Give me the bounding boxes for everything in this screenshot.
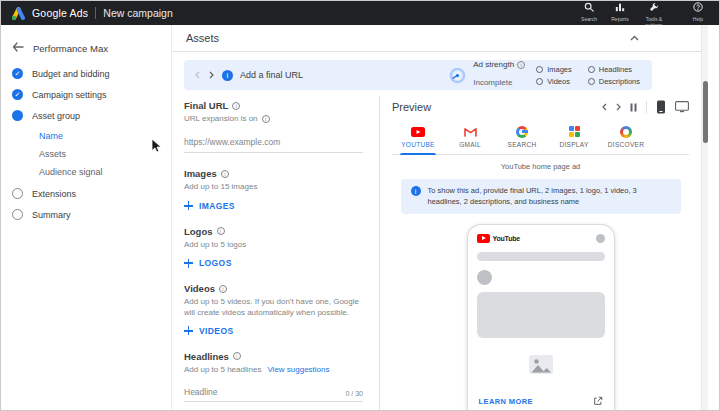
ad-image-slot xyxy=(477,338,605,394)
external-link-icon[interactable] xyxy=(593,396,603,406)
vertical-scrollbar[interactable] xyxy=(701,25,708,410)
info-icon[interactable] xyxy=(232,102,240,110)
discover-icon xyxy=(620,125,632,138)
button-label: LOGOS xyxy=(199,258,232,268)
topbar-tools-settings-button[interactable]: Tools & settings xyxy=(640,0,668,28)
youtube-logo: YouTube xyxy=(477,234,521,243)
tab-search[interactable]: SEARCH xyxy=(496,122,548,154)
circle-icon xyxy=(588,78,595,85)
placeholder-bar xyxy=(477,252,605,261)
preview-caption: YouTube home page ad xyxy=(392,162,689,171)
campaign-stepper-sidebar: Performance Max Budget and bidding Campa… xyxy=(1,25,171,410)
headline-input[interactable]: Headline 0 / 30 xyxy=(184,387,363,402)
substep-audience-signal[interactable]: Audience signal xyxy=(39,163,171,181)
chevron-right-icon[interactable] xyxy=(616,103,621,111)
notice-text: To show this ad, provide final URL, 2 im… xyxy=(428,186,671,207)
substep-assets[interactable]: Assets xyxy=(39,145,171,163)
step-label: Budget and bidding xyxy=(32,69,110,79)
tab-discover[interactable]: DISCOVER xyxy=(600,122,652,154)
phone-mockup: YouTube LEARN MORE xyxy=(467,224,615,410)
step-label: Asset group xyxy=(32,111,80,121)
gmail-icon xyxy=(464,125,477,138)
headlines-label: Headlines xyxy=(184,351,229,362)
back-arrow-icon xyxy=(12,42,24,54)
topbar-help-button[interactable]: Help xyxy=(687,0,709,23)
topbar-reports-button[interactable]: Reports xyxy=(609,0,631,23)
info-icon[interactable] xyxy=(517,61,525,69)
chevron-left-icon[interactable] xyxy=(194,71,201,79)
tab-youtube[interactable]: YOUTUBE xyxy=(392,122,444,154)
add-images-button[interactable]: IMAGES xyxy=(184,201,363,211)
asset-form-column: Final URL URL expansion is on Images Add… xyxy=(172,96,380,410)
add-logos-button[interactable]: LOGOS xyxy=(184,258,363,268)
chevron-up-icon[interactable] xyxy=(630,35,639,41)
topbar-divider xyxy=(95,7,96,19)
info-icon[interactable] xyxy=(233,352,241,360)
circle-icon xyxy=(536,66,543,73)
button-label: IMAGES xyxy=(199,201,235,211)
logos-hint: Add up to 5 logos xyxy=(184,240,246,250)
display-icon-part xyxy=(575,126,580,131)
topbar-search-button[interactable]: Search xyxy=(578,0,600,23)
ad-strength-checklist: Images Videos Headlines Descriptions xyxy=(536,65,640,86)
placeholder-video-block xyxy=(477,292,605,338)
checklist-item-videos: Videos xyxy=(536,77,572,86)
step-label: Summary xyxy=(32,210,71,220)
step-asset-group[interactable]: Asset group xyxy=(1,105,171,126)
ad-strength-status: Incomplete xyxy=(473,78,512,87)
preview-title: Preview xyxy=(392,101,431,113)
info-icon[interactable] xyxy=(219,285,227,293)
youtube-play-icon xyxy=(477,234,490,243)
avatar xyxy=(596,234,605,243)
wrench-icon xyxy=(649,0,659,16)
final-url-label: Final URL xyxy=(184,100,228,111)
desktop-preview-icon[interactable] xyxy=(675,101,689,113)
back-to-performance-max[interactable]: Performance Max xyxy=(1,35,171,63)
google-ads-logo-icon[interactable] xyxy=(9,6,25,21)
videos-section: Videos Add up to 5 videos. If you don't … xyxy=(184,283,363,336)
display-icon-part xyxy=(575,132,580,137)
add-videos-button[interactable]: VIDEOS xyxy=(184,326,363,336)
circle-icon xyxy=(588,66,595,73)
final-url-input[interactable] xyxy=(184,137,363,153)
step-label: Campaign settings xyxy=(32,90,107,100)
logos-section: Logos Add up to 5 logos LOGOS xyxy=(184,226,363,268)
chevron-left-icon[interactable] xyxy=(602,103,607,111)
checklist-label: Images xyxy=(547,65,572,74)
display-icon xyxy=(569,125,580,138)
assets-panel-header[interactable]: Assets xyxy=(172,25,701,52)
info-icon[interactable] xyxy=(262,115,270,123)
learn-more-button[interactable]: LEARN MORE xyxy=(479,397,533,406)
checklist-label: Videos xyxy=(547,77,570,86)
headline-placeholder: Headline xyxy=(184,387,218,397)
checklist-label: Headlines xyxy=(599,65,632,74)
step-campaign-settings[interactable]: Campaign settings xyxy=(1,84,171,105)
mobile-preview-icon[interactable] xyxy=(656,100,666,114)
step-budget-and-bidding[interactable]: Budget and bidding xyxy=(1,63,171,84)
info-icon[interactable] xyxy=(221,170,229,178)
info-icon xyxy=(411,186,421,196)
scrollbar-thumb[interactable] xyxy=(703,81,708,143)
tab-label: DISPLAY xyxy=(559,141,588,148)
brand-name: Google Ads xyxy=(32,7,88,19)
info-icon[interactable] xyxy=(217,227,225,235)
page-title: New campaign xyxy=(103,7,172,19)
tab-gmail[interactable]: GMAIL xyxy=(444,122,496,154)
controls-divider xyxy=(646,101,647,113)
tab-label: YOUTUBE xyxy=(401,141,435,148)
plus-icon xyxy=(184,259,193,268)
view-suggestions-link[interactable]: View suggestions xyxy=(267,365,329,375)
step-current-icon xyxy=(12,110,23,121)
substep-name[interactable]: Name xyxy=(39,127,171,145)
chevron-right-icon[interactable] xyxy=(208,71,215,79)
step-summary[interactable]: Summary xyxy=(1,204,171,225)
step-extensions[interactable]: Extensions xyxy=(1,183,171,204)
circle-icon xyxy=(536,78,543,85)
asset-group-substeps: Name Assets Audience signal xyxy=(1,126,171,183)
help-icon xyxy=(693,0,703,16)
preview-requirements-notice: To show this ad, provide final URL, 2 im… xyxy=(401,179,681,214)
info-icon xyxy=(222,70,233,81)
tab-display[interactable]: DISPLAY xyxy=(548,122,600,154)
pause-icon[interactable] xyxy=(630,103,637,112)
youtube-wordmark: YouTube xyxy=(493,235,521,242)
